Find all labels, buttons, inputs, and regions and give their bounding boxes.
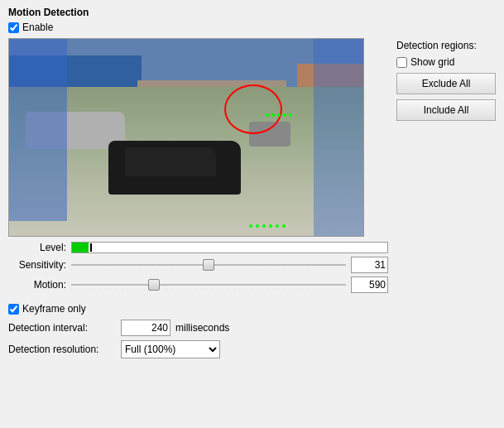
left-panel: Level: Sensitivity: · · · · · · · · · · …	[8, 38, 388, 296]
detection-resolution-row: Detection resolution: Full (100%) Half (…	[8, 340, 496, 358]
resolution-select[interactable]: Full (100%) Half (50%) Quarter (25%)	[121, 340, 220, 358]
show-grid-row: Show grid	[396, 56, 496, 68]
motion-label: Motion:	[8, 279, 66, 291]
interval-label: Detection interval:	[8, 322, 116, 334]
resolution-label: Detection resolution:	[8, 344, 116, 355]
motion-slider-container: · · · · · · · · · · · · · · · · · · · · …	[71, 277, 346, 293]
controls-area: Level: Sensitivity: · · · · · · · · · · …	[8, 242, 388, 293]
scene-car-dark	[108, 141, 241, 195]
motion-row: Motion: · · · · · · · · · · · · · · · · …	[8, 277, 388, 293]
motion-dots: · · · · · · · · · · · · · · · · · · · · …	[71, 286, 346, 291]
enable-label: Enable	[22, 22, 53, 33]
green-dots-bottom	[249, 224, 286, 228]
enable-checkbox[interactable]	[8, 22, 19, 33]
sensitivity-value-input[interactable]	[351, 257, 388, 273]
level-cursor	[90, 243, 92, 252]
keyframe-checkbox[interactable]	[8, 304, 19, 315]
keyframe-row: Keyframe only	[8, 303, 496, 315]
interval-input[interactable]	[121, 320, 170, 336]
detection-interval-row: Detection interval: milliseconds	[8, 320, 496, 336]
sensitivity-slider-container: · · · · · · · · · · · · · · · · · · · · …	[71, 257, 346, 273]
green-dot	[249, 224, 252, 228]
sensitivity-label: Sensitivity:	[8, 259, 66, 271]
detection-regions-title: Detection regions:	[396, 40, 496, 51]
motion-thumb[interactable]	[148, 279, 160, 291]
right-panel: Detection regions: Show grid Exclude All…	[396, 38, 496, 296]
green-dot	[289, 113, 292, 117]
green-dot	[262, 224, 266, 228]
motion-track	[71, 284, 346, 286]
detection-circle	[224, 84, 282, 134]
green-dot	[256, 224, 259, 228]
level-label: Level:	[8, 242, 66, 253]
level-bar	[71, 242, 388, 253]
sensitivity-row: Sensitivity: · · · · · · · · · · · · · ·…	[8, 257, 388, 273]
highlight-blue-right	[314, 39, 363, 237]
keyframe-label: Keyframe only	[22, 303, 86, 315]
interval-unit: milliseconds	[175, 322, 229, 334]
motion-value-input[interactable]	[351, 277, 388, 293]
green-dots-top	[266, 113, 292, 117]
level-green	[72, 243, 89, 252]
section-title: Motion Detection	[8, 7, 496, 18]
highlight-blue-left	[9, 39, 67, 221]
level-row: Level:	[8, 242, 388, 253]
green-dot	[266, 113, 269, 117]
camera-view	[8, 38, 364, 237]
sensitivity-thumb[interactable]	[203, 259, 214, 271]
content-area: Level: Sensitivity: · · · · · · · · · · …	[8, 38, 496, 296]
main-container: Motion Detection Enable	[0, 0, 504, 369]
green-dot	[271, 113, 275, 117]
green-dot	[277, 113, 281, 117]
show-grid-label: Show grid	[410, 56, 454, 68]
bottom-section: Keyframe only Detection interval: millis…	[8, 303, 496, 358]
green-dot	[276, 224, 279, 228]
green-dot	[283, 113, 286, 117]
include-all-button[interactable]: Include All	[396, 99, 496, 121]
exclude-all-button[interactable]: Exclude All	[396, 73, 496, 94]
show-grid-checkbox[interactable]	[396, 57, 407, 68]
enable-row: Enable	[8, 22, 496, 33]
green-dot	[269, 224, 272, 228]
green-dot	[282, 224, 286, 228]
